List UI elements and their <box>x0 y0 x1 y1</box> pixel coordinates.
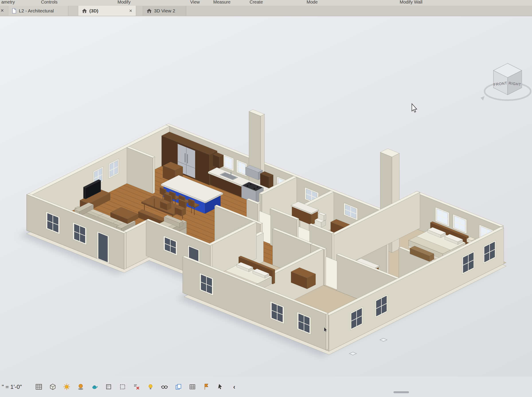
tab-label: L2 - Architectural <box>19 8 54 13</box>
view-control-bar: ‹ <box>34 382 239 391</box>
close-icon[interactable]: ✕ <box>129 8 132 13</box>
horizontal-scrollbar-thumb[interactable] <box>394 391 409 393</box>
constraints-icon[interactable] <box>202 382 211 391</box>
tab-l2-architectural[interactable]: L2 - Architectural <box>8 6 68 16</box>
tab-3d-view-2[interactable]: 3D View 2 <box>143 6 186 16</box>
ribbon-label-controls: Controls <box>41 0 57 5</box>
render-icon[interactable] <box>90 382 99 391</box>
sun-path-icon[interactable] <box>62 382 71 391</box>
close-icon[interactable]: ✕ <box>0 8 4 13</box>
selection-icon[interactable] <box>216 382 225 391</box>
view-scale-button[interactable]: " = 1'-0" <box>2 384 22 390</box>
ribbon-label-modify-wall: Modify Wall <box>400 0 422 5</box>
home-icon <box>82 8 87 13</box>
displace-icon[interactable] <box>188 382 197 391</box>
temporary-view-icon[interactable] <box>160 382 169 391</box>
model-view[interactable]: FRONTRIGHT <box>0 16 532 397</box>
tab-label: (3D) <box>89 8 98 13</box>
ribbon-label-mode: Mode <box>307 0 318 5</box>
hide-isolate-icon[interactable] <box>132 382 141 391</box>
home-icon <box>146 8 152 13</box>
detail-level-icon[interactable] <box>34 382 43 391</box>
worksharing-icon[interactable] <box>174 382 183 391</box>
view-tab-bar: ✕ L2 - Architectural (3D) ✕ 3D View 2 <box>0 6 532 16</box>
tab-3d-active[interactable]: (3D) ✕ <box>78 6 136 16</box>
shadows-icon[interactable] <box>76 382 85 391</box>
visual-style-icon[interactable] <box>48 382 57 391</box>
tab-label: 3D View 2 <box>154 8 175 13</box>
mouse-cursor <box>412 104 417 112</box>
3d-viewport[interactable]: FRONTRIGHT <box>0 16 532 377</box>
ribbon-label-view: View <box>190 0 200 5</box>
crop-region-icon[interactable] <box>118 382 127 391</box>
ribbon-label-modify: Modify <box>118 0 131 5</box>
crop-view-icon[interactable] <box>104 382 113 391</box>
status-bar: " = 1'-0" ‹ <box>0 377 532 397</box>
house-model[interactable] <box>19 109 506 356</box>
collapse-icon[interactable]: ‹ <box>230 382 239 391</box>
reveal-hidden-icon[interactable] <box>146 382 155 391</box>
ribbon-label-measure: Measure <box>213 0 231 5</box>
ribbon-label-create: Create <box>250 0 263 5</box>
view-cube[interactable]: FRONTRIGHT <box>481 63 531 101</box>
ribbon-panel-labels: ametry Controls Modify View Measure Crea… <box>0 0 532 6</box>
ribbon-label-geometry: ametry <box>1 0 15 5</box>
sheet-icon <box>12 8 17 13</box>
